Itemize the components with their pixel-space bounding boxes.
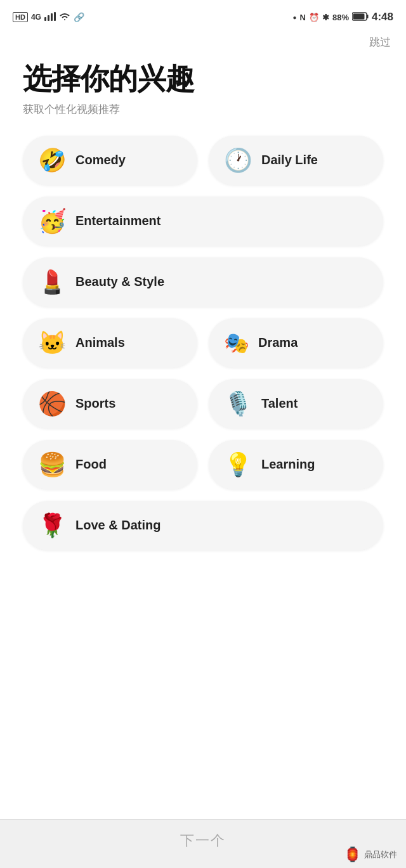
animals-label: Animals	[75, 335, 125, 350]
time-display: 4:48	[372, 11, 393, 23]
svg-rect-1	[48, 15, 49, 21]
drama-label: Drama	[258, 335, 298, 350]
category-entertainment[interactable]: 🥳 Entertainment	[23, 197, 383, 246]
love-dating-emoji: 🌹	[38, 514, 67, 537]
row-1: 🤣 Comedy 🕐 Daily Life	[23, 136, 383, 185]
watermark-icon: 🏮	[344, 846, 361, 863]
nfc-icon: N	[300, 13, 306, 22]
status-bar: HD 4G 🔗 ● N ⏰ ✱ 88% 4:48	[0, 0, 406, 32]
sports-label: Sports	[75, 396, 115, 411]
category-sports[interactable]: 🏀 Sports	[23, 379, 197, 429]
battery-icon	[352, 12, 369, 23]
row-6: 🍔 Food 💡 Learning	[23, 440, 383, 489]
row-7: 🌹 Love & Dating	[23, 501, 383, 550]
comedy-emoji: 🤣	[38, 149, 67, 172]
row-3: 💄 Beauty & Style	[23, 257, 383, 307]
svg-rect-3	[54, 12, 56, 21]
entertainment-emoji: 🥳	[38, 210, 67, 233]
watermark: 🏮 鼎品软件	[344, 846, 397, 863]
bluetooth-icon: ✱	[322, 13, 329, 22]
svg-rect-6	[353, 13, 364, 19]
entertainment-label: Entertainment	[75, 214, 160, 228]
svg-rect-0	[44, 17, 46, 21]
category-love-dating[interactable]: 🌹 Love & Dating	[23, 501, 383, 550]
page-title: 选择你的兴趣	[23, 62, 383, 96]
categories-list: 🤣 Comedy 🕐 Daily Life 🥳 Entertainment 💄 …	[0, 129, 406, 626]
food-label: Food	[75, 457, 107, 472]
header: 选择你的兴趣 获取个性化视频推荐	[0, 56, 406, 129]
status-left: HD 4G 🔗	[13, 12, 84, 23]
talent-label: Talent	[261, 396, 298, 411]
category-daily-life[interactable]: 🕐 Daily Life	[209, 136, 383, 185]
row-5: 🏀 Sports 🎙️ Talent	[23, 379, 383, 429]
category-talent[interactable]: 🎙️ Talent	[209, 379, 383, 429]
hd-badge: HD	[13, 12, 28, 22]
learning-emoji: 💡	[224, 453, 252, 476]
category-drama[interactable]: 🎭 Drama	[209, 318, 383, 368]
signal-4g: 4G	[31, 13, 41, 22]
love-dating-label: Love & Dating	[75, 518, 160, 533]
alarm-icon: ⏰	[309, 13, 319, 22]
category-comedy[interactable]: 🤣 Comedy	[23, 136, 197, 185]
food-emoji: 🍔	[38, 453, 67, 476]
link-icon: 🔗	[74, 12, 84, 22]
daily-life-emoji: 🕐	[224, 149, 252, 172]
category-learning[interactable]: 💡 Learning	[209, 440, 383, 489]
watermark-text: 鼎品软件	[364, 849, 397, 860]
drama-emoji: 🎭	[224, 333, 249, 353]
page-subtitle: 获取个性化视频推荐	[23, 102, 383, 117]
svg-rect-5	[367, 15, 369, 18]
comedy-label: Comedy	[75, 153, 126, 167]
beauty-label: Beauty & Style	[75, 275, 164, 289]
category-food[interactable]: 🍔 Food	[23, 440, 197, 489]
animals-emoji: 🐱	[38, 332, 67, 354]
status-right: ● N ⏰ ✱ 88% 4:48	[293, 11, 394, 23]
category-animals[interactable]: 🐱 Animals	[23, 318, 197, 368]
skip-bar: 跳过	[0, 32, 406, 56]
next-button[interactable]: 下一个	[180, 831, 226, 850]
row-4: 🐱 Animals 🎭 Drama	[23, 318, 383, 368]
learning-label: Learning	[261, 457, 315, 472]
battery-level: 88%	[332, 13, 349, 22]
signal-bars	[44, 12, 56, 23]
beauty-emoji: 💄	[38, 271, 67, 294]
skip-button[interactable]: 跳过	[369, 35, 391, 49]
wifi-icon	[59, 12, 70, 23]
row-2: 🥳 Entertainment	[23, 197, 383, 246]
sports-emoji: 🏀	[38, 392, 67, 415]
svg-rect-2	[51, 13, 53, 21]
category-beauty-style[interactable]: 💄 Beauty & Style	[23, 257, 383, 307]
dot-icon: ●	[293, 14, 297, 21]
daily-life-label: Daily Life	[261, 153, 318, 167]
talent-emoji: 🎙️	[224, 392, 252, 415]
